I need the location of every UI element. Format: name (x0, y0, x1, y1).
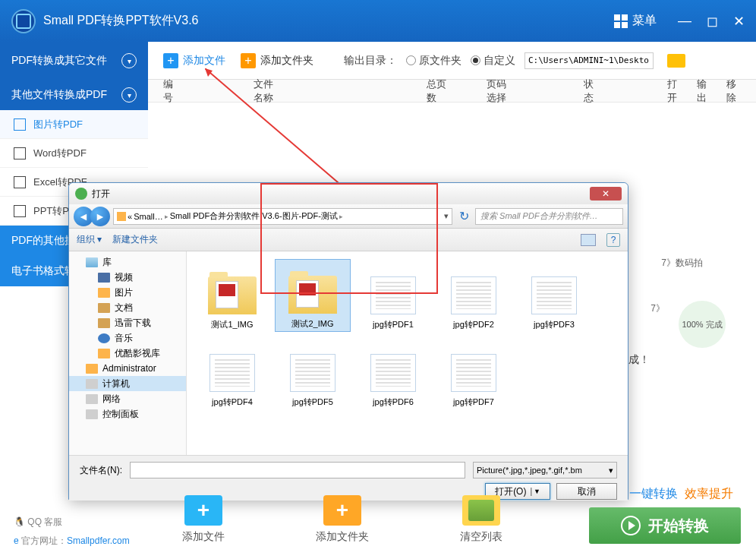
add-folder-button[interactable]: + 添加文件夹 (241, 53, 313, 68)
col-filename: 文件名称 (254, 77, 282, 105)
tree-item-network[interactable]: 网络 (69, 391, 186, 406)
tree-item-thunder[interactable]: 迅雷下载 (69, 315, 186, 330)
refresh-button[interactable]: ↻ (455, 208, 472, 225)
filename-input[interactable] (130, 462, 465, 478)
tree-item-control-panel[interactable]: 控制面板 (69, 406, 186, 422)
file-item-pdf[interactable]: jpg转PDF1 (355, 259, 431, 332)
plus-icon: + (323, 495, 361, 526)
tree-item-youku[interactable]: 优酷影视库 (69, 346, 186, 361)
file-item-pdf[interactable]: jpg转PDF6 (355, 336, 431, 409)
breadcrumb[interactable]: « Small… ▸ Small PDF合并分割软件 V3.6-图片-PDF-测… (113, 208, 452, 225)
menu-button[interactable]: 菜单 (614, 13, 657, 29)
bg-text-1: 7》数码拍 (661, 257, 703, 270)
file-filter-select[interactable]: Picture(*.jpg,*.jpeg,*.gif,*.bm▾ (473, 462, 617, 478)
folder-tree: 库 视频 图片 文档 迅雷下载 音乐 优酷影视库 Administrator 计… (69, 251, 187, 455)
plus-icon: + (241, 53, 256, 68)
ppt-icon (14, 205, 26, 217)
dialog-close-button[interactable]: ✕ (590, 187, 622, 201)
col-open: 打开 (667, 77, 682, 105)
add-file-big-button[interactable]: +添加文件 (182, 495, 225, 544)
add-folder-big-button[interactable]: +添加文件夹 (316, 495, 369, 544)
sidebar-section-convert-from-pdf[interactable]: PDF转换成其它文件 ▾ (0, 42, 148, 80)
col-page-select: 页码选择 (487, 77, 515, 105)
dialog-titlebar: 打开 ✕ (69, 183, 628, 204)
file-item-pdf[interactable]: jpg转PDF4 (194, 336, 270, 409)
progress-badge: 100% 完成 (679, 301, 726, 348)
tree-item-library[interactable]: 库 (69, 254, 186, 270)
file-item-pdf[interactable]: jpg转PDF5 (275, 336, 351, 409)
tree-item-documents[interactable]: 文档 (69, 300, 186, 315)
file-item-folder[interactable]: 测试2_IMG (275, 259, 351, 332)
titlebar: Small PDF转换PPT软件V3.6 菜单 — ◻ ✕ (0, 0, 756, 42)
radio-custom-folder[interactable]: 自定义 (471, 54, 515, 68)
official-site-link[interactable]: e 官方网址：Smallpdfer.com (14, 535, 130, 548)
start-convert-button[interactable]: 开始转换 (589, 507, 741, 544)
tree-item-computer[interactable]: 计算机 (69, 376, 186, 391)
help-button[interactable]: ? (606, 233, 620, 247)
excel-icon (14, 176, 26, 188)
tree-item-video[interactable]: 视频 (69, 270, 186, 285)
file-item-folder[interactable]: 测试1_IMG (194, 259, 270, 332)
file-item-pdf[interactable]: jpg转PDF2 (436, 259, 512, 332)
col-index: 编号 (163, 77, 178, 105)
maximize-button[interactable]: ◻ (707, 13, 718, 30)
col-pages: 总页数 (427, 77, 449, 105)
dialog-nav: ◄ ► « Small… ▸ Small PDF合并分割软件 V3.6-图片-P… (69, 204, 628, 229)
col-output: 输出 (697, 77, 711, 105)
broom-icon (462, 495, 500, 526)
app-logo (11, 9, 36, 33)
col-remove: 移除 (726, 77, 741, 105)
word-icon (14, 147, 26, 159)
col-status: 状态 (584, 77, 598, 105)
close-button[interactable]: ✕ (733, 13, 745, 30)
plus-icon: + (163, 53, 178, 68)
file-item-pdf[interactable]: jpg转PDF3 (516, 259, 592, 332)
menu-grid-icon (614, 14, 628, 28)
tagline: 一键转换 效率提升 (629, 486, 733, 502)
sidebar-item-image-to-pdf[interactable]: 图片转PDF (0, 110, 148, 139)
image-icon (14, 118, 26, 131)
clear-list-button[interactable]: 清空列表 (460, 495, 502, 544)
file-open-dialog: 打开 ✕ ◄ ► « Small… ▸ Small PDF合并分割软件 V3.6… (68, 182, 628, 500)
browse-folder-icon[interactable] (667, 54, 685, 68)
new-folder-button[interactable]: 新建文件夹 (112, 233, 158, 246)
play-icon (621, 516, 641, 535)
minimize-button[interactable]: — (678, 13, 691, 30)
qq-support-link[interactable]: 🐧 QQ 客服 (14, 516, 130, 529)
dialog-icon (75, 188, 87, 200)
chevron-down-icon: ▾ (121, 53, 137, 68)
dialog-toolbar: 组织 ▾ 新建文件夹 ? (69, 229, 628, 251)
view-mode-button[interactable] (581, 234, 596, 246)
add-file-button[interactable]: + 添加文件 (163, 53, 225, 68)
tree-item-admin[interactable]: Administrator (69, 361, 186, 376)
search-input[interactable]: 搜索 Small PDF合并分割软件… (475, 208, 623, 225)
app-title: Small PDF转换PPT软件V3.6 (43, 13, 614, 29)
bg-text-2: 7》 (650, 302, 665, 315)
dialog-footer: 文件名(N): Picture(*.jpg,*.jpeg,*.gif,*.bm▾… (69, 455, 628, 501)
plus-icon: + (184, 495, 222, 526)
sidebar-section-convert-to-pdf[interactable]: 其他文件转换成PDF ▾ (0, 80, 148, 110)
file-item-pdf[interactable]: jpg转PDF7 (436, 336, 512, 409)
output-label: 输出目录： (344, 54, 397, 68)
output-path-input[interactable] (524, 52, 654, 69)
radio-original-folder[interactable]: 原文件夹 (406, 54, 461, 68)
filename-label: 文件名(N): (80, 464, 122, 477)
tree-item-pictures[interactable]: 图片 (69, 285, 186, 300)
nav-forward-button[interactable]: ► (90, 207, 110, 226)
tree-item-music[interactable]: 音乐 (69, 330, 186, 346)
cancel-button[interactable]: 取消 (556, 483, 617, 500)
file-table-header: 编号 文件名称 总页数 页码选择 状态 打开 输出 移除 (148, 80, 756, 103)
organize-menu[interactable]: 组织 ▾ (77, 233, 102, 246)
chevron-down-icon: ▾ (121, 87, 137, 103)
sidebar-item-word-to-pdf[interactable]: Word转PDF (0, 139, 148, 168)
file-list: 测试1_IMG 测试2_IMG jpg转PDF1 jpg转PDF2 jpg转PD… (187, 251, 628, 455)
